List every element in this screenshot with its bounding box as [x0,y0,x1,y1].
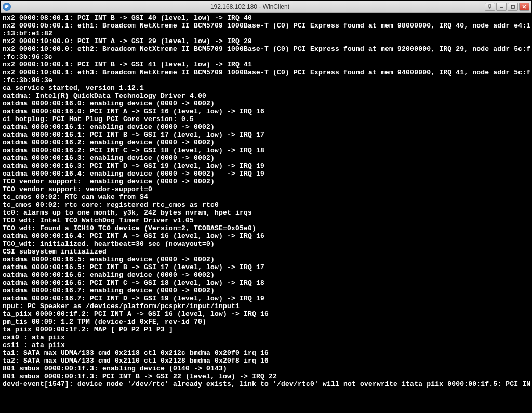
terminal-line: nx2 0000:10:00.1: PCI INT B -> GSI 41 (l… [3,61,529,69]
terminal-line: oatdma 0000:00:16.3: enabling device (00… [3,154,529,162]
terminal-line: csi1 : ata_piix [3,341,529,349]
terminal-line: nx2 0000:08:00.1: PCI INT B -> GSI 40 (l… [3,14,529,22]
terminal-line: oatdma 0000:00:16.6: PCI INT C -> GSI 18… [3,279,529,287]
terminal-line: TCO_wdt: Found a ICH10 TCO device (Versi… [3,224,529,232]
terminal-line: oatdma 0000:00:16.7: PCI INT D -> GSI 19… [3,295,529,302]
terminal-line: oatdma 0000:00:16.5: PCI INT B -> GSI 17… [3,263,529,271]
terminal-line: oatdma 0000:00:16.1: enabling device (00… [3,123,529,131]
terminal-line: ta1: SATA max UDMA/133 cmd 0x2118 ctl 0x… [3,349,529,357]
window-controls [485,3,529,11]
terminal-line: :fc:3b:96:3c [3,53,529,61]
terminal-line: 801_smbus 0000:00:1f.3: enabling device … [3,365,529,372]
terminal-line: oatdma 0000:00:16.6: enabling device (00… [3,271,529,279]
terminal-line: ca service started, version 1.12.1 [3,84,529,92]
minimize-icon [499,4,504,9]
terminal-output[interactable]: nx2 0000:08:00.1: PCI INT B -> GSI 40 (l… [1,13,531,412]
terminal-line: tc0: alarms up to one month, y3k, 242 by… [3,209,529,217]
svg-rect-3 [511,5,514,8]
terminal-line: oatdma 0000:00:16.5: enabling device (00… [3,256,529,263]
terminal-line: CSI subsystem initialized [3,248,529,256]
close-button[interactable] [519,3,529,11]
terminal-line: TCO_wdt: initialized. heartbeat=30 sec (… [3,240,529,248]
maximize-icon [510,4,515,9]
terminal-line: :fc:3b:96:3e [3,76,529,84]
terminal-line: nx2 0000:10:00.0: eth2: Broadcom NetXtre… [3,45,529,53]
terminal-line: 801_smbus 0000:00:1f.3: PCI INT B -> GSI… [3,372,529,380]
terminal-line: ta_piix 0000:00:1f.2: MAP [ P0 P2 P1 P3 … [3,326,529,334]
terminal-line: oatdma 0000:00:16.4: PCI INT A -> GSI 16… [3,232,529,240]
application-window: iP 192.168.102.180 - WinClient nx2 0000:… [0,0,532,413]
terminal-line: oatdma 0000:00:16.0: enabling device (00… [3,100,529,108]
terminal-line: nput: PC Speaker as /devices/platform/pc… [3,302,529,310]
terminal-line: pm_tis 00:09: 1.2 TPM (device-id 0xFE, r… [3,318,529,326]
terminal-line: nx2 0000:0b:00.1: eth1: Broadcom NetXtre… [3,22,529,30]
svg-rect-0 [489,5,491,7]
terminal-line: oatdma 0000:00:16.2: enabling device (00… [3,139,529,146]
app-icon: iP [3,3,11,11]
pin-icon [487,4,493,9]
terminal-line: nx2 0000:10:00.0: PCI INT A -> GSI 29 (l… [3,37,529,45]
terminal-line: oatdma: Intel(R) QuickData Technology Dr… [3,92,529,100]
terminal-line: tc_cmos 00:02: RTC can wake from S4 [3,193,529,201]
terminal-line: ta2: SATA max UDMA/133 cmd 0x2110 ctl 0x… [3,357,529,365]
terminal-line: oatdma 0000:00:16.2: PCI INT C -> GSI 18… [3,146,529,154]
pin-button[interactable] [485,3,495,11]
terminal-line: ta_piix 0000:00:1f.2: PCI INT A -> GSI 1… [3,310,529,318]
terminal-line: ci_hotplug: PCI Hot Plug PCI Core versio… [3,115,529,123]
terminal-line: csi0 : ata_piix [3,334,529,341]
maximize-button[interactable] [508,3,518,11]
terminal-line: TCO_wdt: Intel TCO WatchDog Timer Driver… [3,217,529,224]
minimize-button[interactable] [496,3,507,11]
app-icon-label: iP [5,4,9,9]
terminal-line: nx2 0000:10:00.1: eth3: Broadcom NetXtre… [3,69,529,76]
window-title: 192.168.102.180 - WinClient [15,3,485,10]
terminal-line: :13:bf:e1:82 [3,30,529,37]
terminal-line: oatdma 0000:00:16.7: enabling device (00… [3,287,529,295]
terminal-line: tc_cmos 00:02: rtc core: registered rtc_… [3,201,529,209]
terminal-line: TCO_vendor support: enabling device (000… [3,178,529,185]
terminal-line: devd-event[1547]: device node '/dev/rtc'… [3,380,529,388]
terminal-line: oatdma 0000:00:16.3: PCI INT D -> GSI 19… [3,162,529,170]
terminal-line: oatdma 0000:00:16.4: enabling device (00… [3,170,529,178]
close-icon [522,4,527,9]
titlebar[interactable]: iP 192.168.102.180 - WinClient [1,1,531,13]
terminal-line: oatdma 0000:00:16.1: PCI INT B -> GSI 17… [3,131,529,139]
terminal-line: oatdma 0000:00:16.0: PCI INT A -> GSI 16… [3,108,529,115]
terminal-line: TCO_vendor_support: vendor-support=0 [3,185,529,193]
